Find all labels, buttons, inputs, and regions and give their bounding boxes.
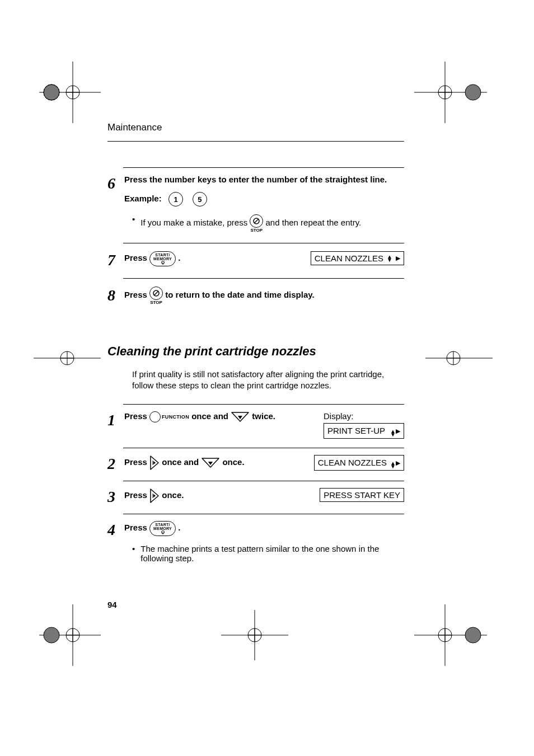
step-3: 3 PRESS START KEY Press once. [107, 488, 404, 505]
page-number: 94 [107, 600, 117, 609]
svg-point-12 [465, 84, 481, 100]
section-heading: Cleaning the print cartridge nozzles [107, 344, 404, 359]
numpad-1-key: 1 [168, 192, 183, 206]
step-8: 8 Press STOP to return to the date and t… [107, 287, 404, 305]
bullet: • If you make a mistake, press STOP and … [132, 214, 404, 233]
svg-point-23 [44, 627, 59, 643]
step-7: 7 CLEAN NOZZLES ▲▼▶ Press START/ MEMORY … [107, 251, 404, 268]
bullet-dot-icon: • [132, 544, 135, 563]
step-number: 7 [107, 251, 124, 268]
bullet: • The machine prints a test pattern simi… [132, 544, 404, 563]
step-number: 6 [107, 175, 124, 191]
crop-mark-icon [414, 62, 487, 123]
bullet-text-pre: If you make a mistake, press [140, 218, 250, 227]
period: . [178, 253, 180, 262]
period: . [178, 523, 180, 532]
post-text: once. [222, 457, 244, 466]
display-readout: PRESS START KEY [320, 488, 404, 502]
content-area: Maintenance 6 Press the number keys to e… [107, 122, 404, 563]
step-number: 8 [107, 287, 124, 303]
crop-mark-icon [39, 604, 101, 666]
right-rocker-key [149, 455, 160, 471]
post-text: once. [162, 490, 184, 499]
svg-marker-44 [238, 416, 242, 419]
step-number: 4 [107, 521, 124, 538]
svg-point-37 [465, 627, 481, 643]
step-number: 2 [107, 455, 124, 472]
mid-text: once and [162, 457, 201, 466]
press-label: Press [124, 523, 149, 532]
svg-marker-47 [208, 462, 213, 465]
stop-key: STOP [149, 287, 163, 305]
running-head: Maintenance [107, 122, 404, 133]
bullet-dot-icon: • [132, 214, 135, 233]
right-rocker-key [149, 488, 160, 504]
svg-line-39 [254, 219, 259, 223]
display-label: Display: [324, 411, 404, 421]
crop-mark-icon [34, 336, 101, 381]
step-number: 3 [107, 488, 124, 505]
crop-mark-icon [414, 604, 487, 666]
display-readout: PRINT SET-UP ▲▼▶ [324, 423, 404, 439]
down-rocker-key [201, 457, 220, 468]
step-2: 2 CLEAN NOZZLES ▲▼▶ Press once and once. [107, 455, 404, 472]
crop-mark-icon [39, 62, 101, 123]
mid-text: once and [191, 411, 231, 421]
up-down-right-icon: ▲▼ [390, 430, 396, 436]
section-intro: If print quality is still not satisfacto… [132, 369, 404, 392]
press-label: Press [124, 290, 149, 299]
step-text: Press the number keys to enter the numbe… [124, 175, 404, 184]
start-memory-key: START/ MEMORY [149, 251, 176, 266]
step-4: 4 Press START/ MEMORY . • The machine pr… [107, 521, 404, 563]
press-label: Press [124, 490, 149, 499]
step-number: 1 [107, 411, 124, 428]
press-label: Press [124, 253, 149, 262]
stop-key: STOP [250, 214, 263, 233]
step-1: 1 Display: PRINT SET-UP ▲▼▶ Press FUNCTI… [107, 411, 404, 439]
svg-line-43 [154, 291, 158, 295]
start-memory-key: START/ MEMORY [149, 521, 176, 536]
press-label: Press [124, 457, 149, 466]
post-text: twice. [252, 411, 275, 421]
svg-marker-49 [153, 494, 156, 497]
crop-mark-icon [425, 336, 493, 381]
bullet-text-post: and then repeat the entry. [266, 218, 362, 227]
bullet-text: The machine prints a test pattern simila… [140, 544, 404, 563]
step-text-post: to return to the date and time display. [165, 290, 314, 299]
down-rocker-key [231, 411, 250, 422]
display-readout: CLEAN NOZZLES ▲▼▶ [314, 455, 404, 471]
step-6: 6 Press the number keys to enter the num… [107, 175, 404, 233]
crop-mark-icon [221, 610, 288, 660]
up-down-right-icon: ▲▼ [390, 462, 396, 468]
display-readout: CLEAN NOZZLES ▲▼▶ [311, 251, 404, 265]
function-key: FUNCTION [149, 411, 189, 422]
example-label: Example: [124, 194, 162, 203]
svg-marker-46 [153, 461, 156, 464]
up-down-right-icon: ▲▼ [387, 255, 392, 262]
page: Maintenance 6 Press the number keys to e… [0, 0, 534, 756]
numpad-5-key: 5 [193, 192, 207, 206]
press-label: Press [124, 411, 149, 421]
